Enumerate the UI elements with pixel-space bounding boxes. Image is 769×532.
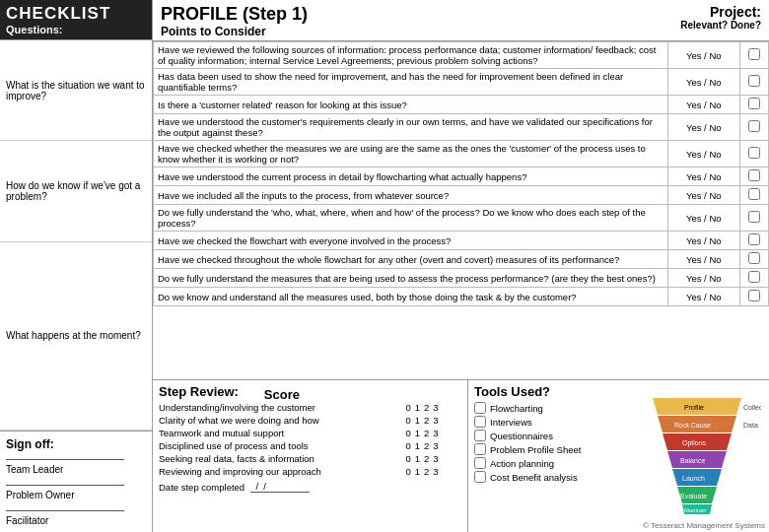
tool-label: Problem Profile Sheet	[490, 444, 581, 455]
tool-checkbox[interactable]	[474, 471, 486, 483]
done-cell[interactable]	[739, 288, 768, 306]
signoff-label: Sign off:	[6, 437, 146, 451]
table-row: Has data been used to show the need for …	[154, 69, 769, 96]
done-checkbox[interactable]	[748, 188, 760, 200]
signoff-line-group: Team Leader Problem Owner Facilitator	[6, 459, 146, 530]
review-label: Disciplined use of process and tools	[159, 440, 383, 451]
done-checkbox[interactable]	[748, 271, 760, 283]
signoff-team-leader: Team Leader	[6, 459, 146, 475]
tool-checkbox[interactable]	[474, 416, 486, 428]
score-value: 3	[433, 440, 438, 451]
done-checkbox[interactable]	[748, 233, 760, 245]
review-label: Clarity of what we were doing and how	[159, 415, 383, 426]
sidebar-q3: What happens at the moment?	[0, 242, 152, 432]
done-cell[interactable]	[739, 96, 768, 114]
score-value: 0	[405, 428, 410, 438]
sidebar-q2: How do we know if we've got a problem?	[0, 141, 152, 241]
tools-title: Tools Used?	[474, 384, 763, 399]
date-label: Date step completed	[159, 482, 245, 493]
checklist-title: CHECKLIST	[6, 4, 146, 24]
done-cell[interactable]	[739, 205, 768, 232]
yes-no-cell: Yes / No	[667, 250, 739, 269]
score-value: 3	[433, 453, 438, 464]
score-value: 0	[405, 440, 410, 451]
score-value: 2	[424, 466, 429, 477]
done-cell[interactable]	[739, 167, 768, 186]
score-value: 0	[405, 402, 410, 413]
done-cell[interactable]	[739, 186, 768, 205]
done-cell[interactable]	[739, 69, 768, 96]
done-cell[interactable]	[739, 141, 768, 167]
copyright-label: © Tesseract Management Systems	[643, 521, 765, 530]
score-value: 1	[415, 415, 420, 426]
review-row: Disciplined use of process and tools0123	[159, 440, 461, 451]
score-value: 3	[433, 466, 438, 477]
done-cell[interactable]	[739, 250, 768, 269]
done-checkbox[interactable]	[748, 48, 760, 60]
score-value: 3	[433, 402, 438, 413]
done-cell[interactable]	[739, 114, 768, 141]
done-cell[interactable]	[739, 269, 768, 288]
yes-no-cell: Yes / No	[667, 96, 739, 114]
score-value: 1	[415, 428, 420, 438]
sidebar: CHECKLIST Questions: What is the situati…	[0, 0, 153, 532]
table-row: Is there a 'customer related' reason for…	[154, 96, 769, 114]
done-checkbox[interactable]	[748, 98, 760, 109]
score-nums: 0123	[383, 428, 461, 438]
team-leader-line	[6, 459, 124, 460]
tool-checkbox[interactable]	[474, 443, 486, 455]
relevant-done-label: Relevant? Done?	[680, 20, 761, 31]
funnel-svg: Profile Collect Root Cause Data Options …	[633, 398, 761, 516]
done-checkbox[interactable]	[748, 290, 760, 301]
header-right: Project: Relevant? Done?	[680, 4, 761, 31]
svg-text:Data: Data	[743, 422, 758, 429]
table-row: Have we reviewed the following sources o…	[154, 42, 769, 69]
table-row: Do we fully understand the 'who, what, w…	[154, 205, 769, 232]
done-checkbox[interactable]	[748, 252, 760, 264]
svg-text:Options: Options	[682, 439, 707, 447]
done-checkbox[interactable]	[748, 211, 760, 223]
score-value: 2	[424, 415, 429, 426]
score-nums: 0123	[383, 402, 461, 413]
yes-no-cell: Yes / No	[667, 114, 739, 141]
yes-no-cell: Yes / No	[667, 288, 739, 306]
yes-no-cell: Yes / No	[667, 205, 739, 232]
tool-checkbox[interactable]	[474, 402, 486, 414]
sidebar-q1: What is the situation we want to improve…	[0, 40, 152, 141]
done-cell[interactable]	[739, 232, 768, 250]
tool-checkbox[interactable]	[474, 457, 486, 469]
svg-text:Profile: Profile	[684, 404, 704, 411]
score-nums: 0123	[383, 453, 461, 464]
review-label: Understanding/involving the customer	[159, 402, 383, 413]
done-checkbox[interactable]	[748, 147, 760, 159]
date-row: Date step completed / /	[159, 481, 461, 493]
table-row: Do we fully understand the measures that…	[154, 269, 769, 288]
score-value: 0	[405, 415, 410, 426]
yes-no-cell: Yes / No	[667, 141, 739, 167]
tool-checkbox[interactable]	[474, 430, 486, 441]
review-rows: Understanding/involving the customer0123…	[159, 402, 461, 477]
table-row: Have we understood the current process i…	[154, 167, 769, 186]
table-row: Have we checked throughout the whole flo…	[154, 250, 769, 269]
svg-text:Balance: Balance	[680, 457, 705, 464]
date-value: / /	[250, 481, 310, 493]
done-cell[interactable]	[739, 42, 768, 69]
done-checkbox[interactable]	[748, 169, 760, 181]
done-checkbox[interactable]	[748, 75, 760, 87]
facilitator-line	[6, 510, 124, 511]
tool-label: Questionnaires	[490, 431, 553, 441]
done-checkbox[interactable]	[748, 120, 760, 132]
svg-text:Root Cause: Root Cause	[674, 422, 711, 429]
score-nums: 0123	[383, 466, 461, 477]
profile-title-row: PROFILE (Step 1)	[161, 4, 308, 25]
yes-no-cell: Yes / No	[667, 42, 739, 69]
svg-text:Maintain: Maintain	[684, 507, 707, 513]
score-value: 1	[415, 440, 420, 451]
question-cell: Do we fully understand the measures that…	[154, 269, 668, 288]
yes-no-cell: Yes / No	[667, 269, 739, 288]
question-cell: Have we included all the inputs to the p…	[154, 186, 668, 205]
score-value: 0	[405, 466, 410, 477]
score-value: 0	[405, 453, 410, 464]
tools-used: Tools Used? FlowchartingInterviewsQuesti…	[468, 380, 769, 532]
header-left: PROFILE (Step 1) Points to Consider	[161, 4, 308, 38]
